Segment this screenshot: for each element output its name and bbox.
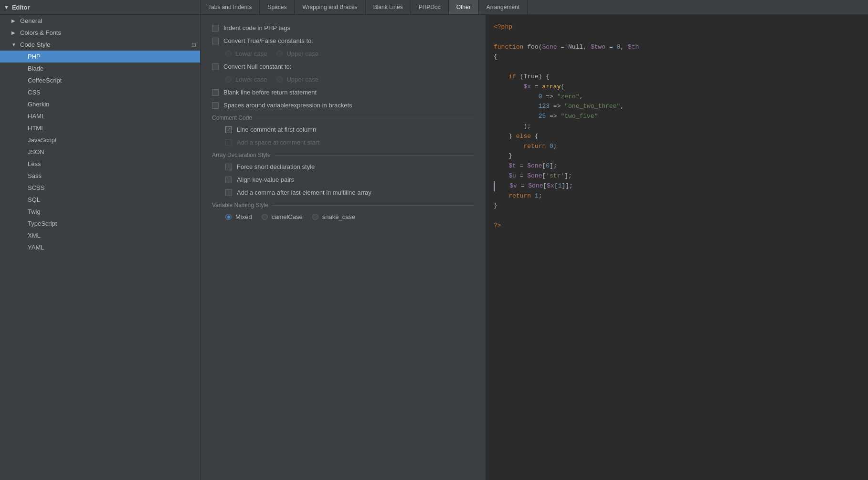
- lower-case-true-false-option[interactable]: Lower case: [225, 50, 267, 57]
- variable-naming-section-header: Variable Naming Style: [212, 202, 474, 209]
- snake-case-naming-radio[interactable]: [312, 214, 318, 220]
- tab-tabs-and-indents[interactable]: Tabs and Indents: [201, 0, 260, 14]
- content-panel: Indent code in PHP tags Convert True/Fal…: [201, 15, 486, 480]
- tab-arrangement[interactable]: Arrangement: [479, 0, 528, 14]
- code-line-12: } else {: [494, 132, 860, 142]
- sidebar-item-sql[interactable]: SQL: [0, 194, 200, 206]
- sidebar-item-colors--fonts[interactable]: ▶Colors & Fonts: [0, 27, 200, 39]
- tabs-container: Tabs and IndentsSpacesWrapping and Brace…: [201, 0, 868, 14]
- sidebar-label-html: HTML: [28, 125, 44, 132]
- sidebar-label-sass: Sass: [28, 172, 42, 179]
- spaces-around-var-checkbox[interactable]: [212, 102, 219, 109]
- mixed-naming-option[interactable]: Mixed: [225, 213, 252, 220]
- editor-expand-arrow[interactable]: ▼: [4, 4, 9, 10]
- camelcase-naming-label: camelCase: [272, 213, 303, 220]
- sidebar-item-css[interactable]: CSS: [0, 86, 200, 98]
- convert-null-checkbox[interactable]: [212, 63, 219, 70]
- lower-case-true-false-radio[interactable]: [225, 51, 232, 57]
- code-line-13: return 0;: [494, 142, 860, 152]
- sidebar-label-yaml: YAML: [28, 244, 44, 251]
- code-line-3: function foo($one = Null, $two = 0, $th: [494, 42, 860, 52]
- sidebar-label-css: CSS: [28, 89, 41, 96]
- array-declaration-section-header: Array Declaration Style: [212, 152, 474, 158]
- sidebar-item-xml[interactable]: XML: [0, 230, 200, 241]
- tab-bar: ▼ Editor Tabs and IndentsSpacesWrapping …: [0, 0, 868, 15]
- tab-blank-lines[interactable]: Blank Lines: [366, 0, 411, 14]
- camelcase-naming-radio[interactable]: [262, 214, 268, 220]
- indent-php-tags-checkbox[interactable]: [212, 25, 219, 31]
- sidebar-item-coffeescript[interactable]: CoffeeScript: [0, 74, 200, 86]
- sidebar-item-haml[interactable]: HAML: [0, 110, 200, 122]
- sidebar-item-gherkin[interactable]: Gherkin: [0, 98, 200, 110]
- upper-case-null-option[interactable]: Upper case: [276, 76, 318, 83]
- sidebar-label-haml: HAML: [28, 113, 45, 120]
- sidebar-item-typescript[interactable]: TypeScript: [0, 218, 200, 230]
- blank-line-return-label: Blank line before return statement: [223, 89, 317, 96]
- sidebar-item-twig[interactable]: Twig: [0, 206, 200, 218]
- tab-wrapping-and-braces[interactable]: Wrapping and Braces: [295, 0, 365, 14]
- sidebar-item-scss[interactable]: SCSS: [0, 182, 200, 194]
- code-line-16: $u = $one['str'];: [494, 171, 860, 181]
- upper-case-true-false-radio[interactable]: [276, 51, 283, 57]
- sidebar-item-sass[interactable]: Sass: [0, 170, 200, 182]
- camelcase-naming-option[interactable]: camelCase: [262, 213, 303, 220]
- upper-case-null-radio[interactable]: [276, 76, 283, 83]
- sidebar-label-typescript: TypeScript: [28, 220, 57, 227]
- force-short-declaration-checkbox[interactable]: [225, 164, 232, 170]
- code-line-1: <?php: [494, 22, 860, 32]
- line-comment-first-col-label: Line comment at first column: [237, 126, 316, 133]
- align-key-value-checkbox[interactable]: [225, 177, 232, 183]
- mixed-naming-radio[interactable]: [225, 214, 232, 220]
- code-line-14: }: [494, 151, 860, 161]
- code-line-11: );: [494, 122, 860, 132]
- code-line-18: return 1;: [494, 191, 860, 201]
- add-space-comment-row: Add a space at comment start: [225, 139, 474, 146]
- sidebar-arrow-colors-&-fonts: ▶: [11, 30, 18, 35]
- sidebar-item-yaml[interactable]: YAML: [0, 241, 200, 253]
- sidebar-label-code-style: Code Style: [20, 41, 51, 48]
- sidebar-item-code-style[interactable]: ▼Code Style⊡: [0, 39, 200, 51]
- tab-phpdoc[interactable]: PHPDoc: [411, 0, 449, 14]
- sidebar-label-php: PHP: [28, 53, 41, 60]
- upper-case-true-false-option[interactable]: Upper case: [276, 50, 318, 57]
- code-line-6: if (True) {: [494, 72, 860, 82]
- convert-true-false-row: Convert True/False constants to:: [212, 37, 474, 44]
- code-line-9: 123 => "one_two_three",: [494, 102, 860, 112]
- sidebar-item-json[interactable]: JSON: [0, 146, 200, 158]
- add-comma-last-element-checkbox[interactable]: [225, 189, 232, 196]
- lower-case-true-false-label: Lower case: [235, 50, 267, 57]
- sidebar-copy-icon[interactable]: ⊡: [191, 42, 196, 48]
- code-line-10: 25 => "two_five": [494, 112, 860, 122]
- code-line-17: $v = $one[$x[1]];: [494, 181, 860, 191]
- tab-spaces[interactable]: Spaces: [260, 0, 295, 14]
- sidebar-item-php[interactable]: PHP: [0, 51, 200, 63]
- code-line-4: {: [494, 52, 860, 62]
- lower-case-null-option[interactable]: Lower case: [225, 76, 267, 83]
- tab-other[interactable]: Other: [449, 0, 479, 14]
- code-line-21: ?>: [494, 221, 860, 231]
- sidebar-item-html[interactable]: HTML: [0, 122, 200, 134]
- add-comma-last-element-label: Add a comma after last element in multil…: [237, 189, 371, 196]
- sidebar-label-twig: Twig: [28, 208, 41, 215]
- sidebar-item-general[interactable]: ▶General: [0, 15, 200, 27]
- code-line-2: [494, 32, 860, 42]
- variable-naming-radio-group: Mixed camelCase snake_case: [225, 213, 474, 220]
- upper-case-null-label: Upper case: [286, 76, 318, 83]
- sidebar-label-less: Less: [28, 160, 41, 167]
- code-line-7: $x = array(: [494, 82, 860, 92]
- sidebar-item-javascript[interactable]: JavaScript: [0, 134, 200, 146]
- sidebar-item-blade[interactable]: Blade: [0, 63, 200, 74]
- blank-line-return-checkbox[interactable]: [212, 89, 219, 96]
- add-space-comment-checkbox[interactable]: [225, 139, 232, 146]
- line-comment-first-col-checkbox[interactable]: [225, 126, 232, 133]
- null-radio-group: Lower case Upper case: [225, 76, 474, 83]
- sidebar-item-less[interactable]: Less: [0, 158, 200, 170]
- code-line-8: 0 => "zero",: [494, 92, 860, 102]
- mixed-naming-label: Mixed: [235, 213, 252, 220]
- sidebar-label-json: JSON: [28, 148, 44, 156]
- spaces-around-var-label: Spaces around variable/expression in bra…: [223, 102, 352, 109]
- sidebar-label-coffeescript: CoffeeScript: [28, 77, 62, 84]
- convert-true-false-checkbox[interactable]: [212, 38, 219, 44]
- lower-case-null-radio[interactable]: [225, 76, 232, 83]
- snake-case-naming-option[interactable]: snake_case: [312, 213, 355, 220]
